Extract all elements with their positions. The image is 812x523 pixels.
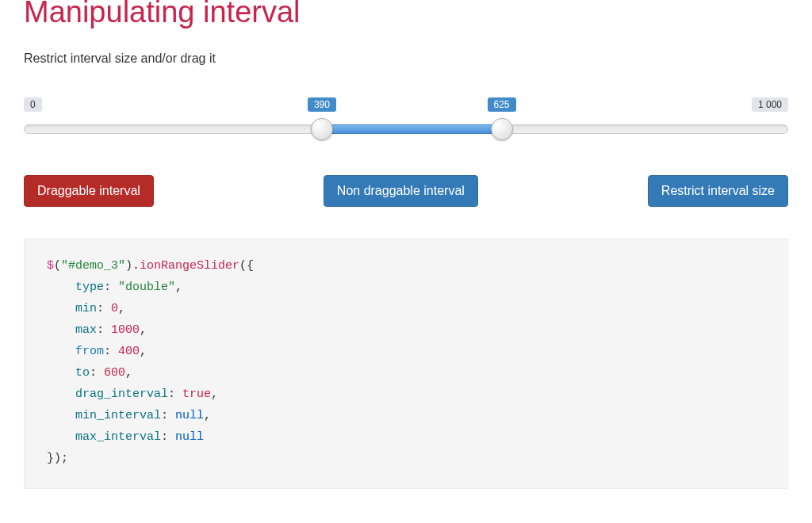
slider-to-value: 625 (487, 97, 515, 112)
code-example: $("#demo_3").ionRangeSlider({ type: "dou… (24, 239, 788, 489)
range-slider[interactable]: 0 390 625 1 000 (24, 97, 788, 153)
slider-handle-from[interactable] (311, 118, 333, 140)
slider-selected-range[interactable] (322, 124, 501, 134)
non-draggable-interval-button[interactable]: Non draggable interval (324, 175, 478, 207)
slider-min-label: 0 (24, 97, 42, 112)
page-title: Manipulating interval (24, 0, 788, 29)
restrict-interval-button[interactable]: Restrict interval size (648, 175, 788, 207)
slider-max-label: 1 000 (752, 97, 788, 112)
slider-handle-to[interactable] (491, 118, 513, 140)
page-subtitle: Restrict interval size and/or drag it (24, 52, 788, 66)
slider-labels: 0 390 625 1 000 (24, 97, 788, 116)
slider-track[interactable] (24, 124, 788, 134)
draggable-interval-button[interactable]: Draggable interval (24, 175, 154, 207)
slider-from-value: 390 (308, 97, 336, 112)
button-row: Draggable interval Non draggable interva… (24, 175, 788, 207)
